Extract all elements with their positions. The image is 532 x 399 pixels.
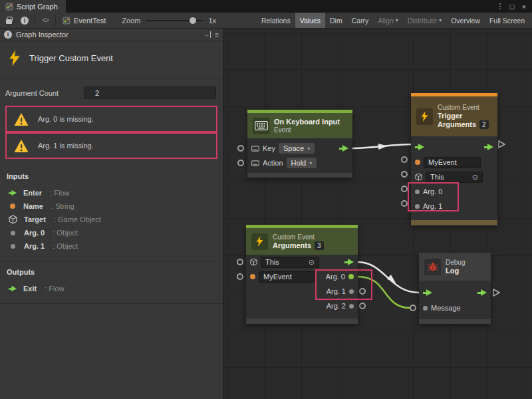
toolbar-buttons: Relations Values Dim Carry Align▾ Distri… (257, 13, 529, 28)
distribute-button[interactable]: Distribute▾ (403, 13, 446, 28)
wire-keyboard-to-trigger (352, 144, 411, 148)
target-picker-icon[interactable]: ⊙ (309, 259, 315, 266)
argument-count-input[interactable] (84, 86, 216, 99)
dim-button[interactable]: Dim (325, 13, 347, 28)
warnings-list: Arg. 0 is missing. Arg. 1 is missing. (5, 106, 217, 159)
node-debug-log[interactable]: Debug Log Message (419, 253, 491, 324)
value-out-port[interactable] (349, 289, 354, 294)
string-port-dot[interactable] (415, 160, 420, 165)
outputs-title: Outputs (7, 268, 216, 276)
lightning-bolt-icon (251, 233, 268, 250)
target-field[interactable]: This⊙ (261, 257, 319, 268)
object-port-dot[interactable] (415, 204, 420, 209)
node-header: Custom Event Arguments3 (246, 228, 358, 255)
list-item: Exit : Flow (7, 282, 216, 295)
value-out-port[interactable] (348, 274, 354, 279)
graph-inspector-panel: i Graph Inspector → ≡ Trigger Custom Eve… (0, 29, 223, 399)
lightning-bolt-icon (8, 49, 21, 67)
input-port[interactable] (237, 145, 244, 152)
input-port[interactable] (237, 273, 243, 280)
relations-button[interactable]: Relations (257, 13, 295, 28)
node-title-line2: Arguments2 (438, 120, 489, 129)
object-dot-icon (11, 231, 15, 235)
input-port[interactable] (237, 259, 243, 265)
tab-title: Script Graph (17, 3, 58, 11)
flow-in-port[interactable] (415, 144, 424, 151)
node-title: On Keyboard Input (274, 118, 340, 126)
flow-out-port[interactable] (344, 259, 354, 266)
graph-canvas[interactable]: On Keyboard Input Event Key Space▾ Actio… (223, 29, 532, 399)
cube-icon (415, 173, 422, 181)
input-port[interactable] (237, 160, 244, 166)
node-overline: Custom Event (438, 104, 489, 112)
graph-asset-icon (63, 17, 70, 25)
target-field[interactable]: This⊙ (426, 172, 483, 183)
dock-icon[interactable]: → (203, 31, 211, 38)
arg-label: Arg. 0 (326, 273, 345, 281)
values-button[interactable]: Values (295, 13, 325, 28)
warning-item: Arg. 0 is missing. (5, 106, 217, 132)
input-port[interactable] (401, 186, 408, 192)
output-port[interactable] (359, 288, 366, 295)
input-port[interactable] (401, 171, 408, 178)
node-footer (246, 319, 358, 324)
flow-row (411, 139, 497, 155)
input-port[interactable] (410, 305, 416, 311)
input-port[interactable] (401, 156, 408, 163)
flow-out-port[interactable] (339, 145, 348, 152)
zoom-slider-knob[interactable] (190, 17, 196, 24)
action-icon (251, 160, 259, 166)
info-icon[interactable]: i (19, 15, 31, 27)
flow-out-port[interactable] (477, 289, 487, 297)
output-port[interactable] (359, 303, 366, 309)
argument-count-row: Argument Count (5, 86, 216, 99)
carry-button[interactable]: Carry (347, 13, 374, 28)
list-item: Enter : Flow (7, 186, 216, 200)
target-picker-icon[interactable]: ⊙ (472, 174, 478, 181)
node-on-keyboard-input[interactable]: On Keyboard Input Event Key Space▾ Actio… (247, 110, 352, 178)
input-port[interactable] (401, 200, 408, 207)
string-port-dot[interactable] (250, 274, 255, 279)
key-label: Key (263, 144, 275, 152)
wire-arrowhead (378, 143, 388, 150)
menu-icon[interactable]: ⋮ (495, 1, 505, 12)
zoom-value: 1x (208, 17, 216, 25)
align-button[interactable]: Align▾ (373, 13, 402, 28)
inputs-title: Inputs (7, 172, 216, 180)
node-header: Debug Log (419, 253, 491, 281)
action-dropdown[interactable]: Hold▾ (287, 158, 317, 168)
window-controls: ⋮ □ × (495, 0, 532, 13)
node-trigger-custom-event[interactable]: Custom Event Trigger Arguments2 MyEvent … (411, 93, 497, 225)
close-icon[interactable]: × (519, 1, 529, 12)
lock-icon[interactable] (3, 15, 15, 27)
node-footer (419, 319, 491, 324)
object-port-dot[interactable] (423, 306, 428, 311)
event-name-field[interactable]: MyEvent (424, 157, 481, 168)
flow-in-port[interactable] (423, 289, 432, 297)
node-subtitle: Event (274, 126, 340, 134)
fullscreen-button[interactable]: Full Screen (485, 13, 529, 28)
maximize-icon[interactable]: □ (507, 1, 517, 12)
flow-continuation-triangle (499, 141, 505, 148)
object-port-dot[interactable] (415, 190, 420, 194)
event-name-field[interactable]: MyEvent (259, 271, 316, 283)
code-view-icon[interactable]: <> (39, 15, 51, 27)
zoom-slider[interactable] (146, 16, 203, 25)
arg-row: Arg. 2 (246, 299, 358, 313)
collapse-icon[interactable]: ≡ (215, 31, 219, 39)
flow-out-port[interactable] (484, 144, 493, 151)
zoom-label: Zoom (122, 17, 140, 25)
graph-breadcrumb[interactable]: EventTest (60, 17, 108, 25)
value-out-port[interactable] (349, 304, 354, 309)
tab-script-graph[interactable]: Script Graph (0, 0, 66, 13)
list-item: Name : String (7, 200, 216, 213)
list-item: Arg. 1 : Object (7, 239, 216, 253)
flow-continuation-triangle (493, 289, 499, 296)
node-title: Arguments3 (273, 241, 324, 250)
node-custom-event[interactable]: Custom Event Arguments3 This⊙ MyEvent (246, 225, 358, 324)
keyboard-icon (253, 118, 269, 134)
cube-icon (9, 215, 17, 224)
key-dropdown[interactable]: Space▾ (279, 143, 315, 154)
window-tabstrip: Script Graph ⋮ □ × (0, 0, 532, 13)
overview-button[interactable]: Overview (446, 13, 485, 28)
